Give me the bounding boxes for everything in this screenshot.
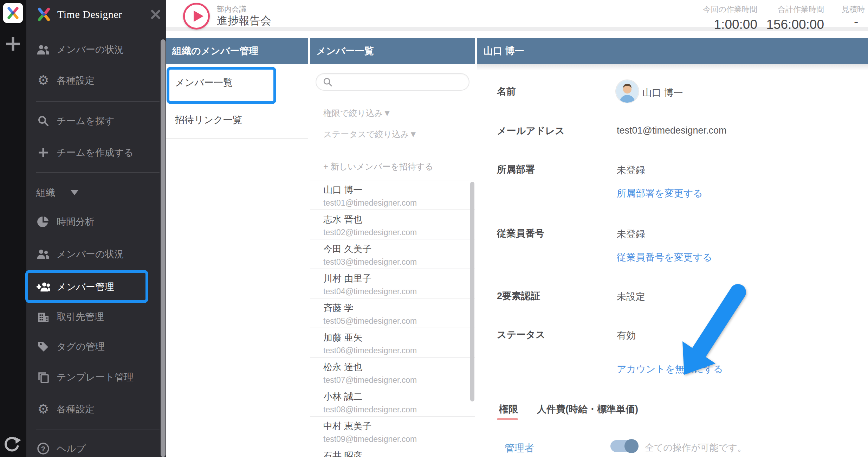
sidebar-item-label: チームを探す bbox=[57, 115, 115, 127]
disable-account-link[interactable]: アカウントを無効にする bbox=[617, 363, 723, 375]
person-add-icon bbox=[36, 281, 50, 293]
change-department-link[interactable]: 所属部署を変更する bbox=[617, 187, 703, 200]
sidebar-item-settings[interactable]: ⚙ 各種設定 bbox=[36, 72, 152, 89]
sidebar-scrollbar[interactable] bbox=[161, 39, 166, 457]
filter-by-permission[interactable]: 権限で絞り込み▼ bbox=[323, 108, 391, 119]
refresh-icon bbox=[3, 436, 21, 454]
sidebar-item-label: チームを作成する bbox=[57, 146, 134, 159]
admin-toggle[interactable] bbox=[610, 440, 638, 452]
department-value: 未登録 bbox=[617, 164, 645, 176]
filter-by-status[interactable]: ステータスで絞り込み▼ bbox=[323, 129, 417, 140]
stat-total-work-time: 合計作業時間 156:00:00 bbox=[766, 4, 824, 32]
divider bbox=[36, 430, 160, 430]
name-value: 山口 博一 bbox=[642, 86, 683, 99]
member-name: 松永 達也 bbox=[323, 361, 475, 373]
task-title: 進捗報告会 bbox=[217, 13, 271, 28]
sidebar-header: Time Designer bbox=[35, 4, 161, 25]
topbar: 部内会議 進捗報告会 今回の作業時間 1:00:00 合計作業時間 156:00… bbox=[166, 0, 868, 34]
member-email: test02@timedesigner.com bbox=[323, 228, 475, 237]
sidebar-item-member-status[interactable]: メンバーの状況 bbox=[36, 41, 152, 58]
tab-labor-cost[interactable]: 人件費(時給・標準単価) bbox=[537, 403, 638, 416]
member-row[interactable]: 松永 達也 test07@timedesigner.com bbox=[310, 358, 475, 387]
org-menu-item-invite-links[interactable]: 招待リンク一覧 bbox=[166, 101, 308, 139]
people-icon bbox=[36, 43, 50, 56]
template-icon bbox=[36, 371, 50, 384]
sidebar-item-label: テンプレート管理 bbox=[57, 371, 134, 384]
member-list: 山口 博一 test01@timedesigner.com 志水 晋也 test… bbox=[310, 180, 475, 457]
email-value: test01@timedesigner.com bbox=[617, 125, 727, 136]
header-shadow bbox=[477, 64, 868, 70]
org-menu-item-member-list[interactable]: メンバー一覧 bbox=[166, 64, 308, 101]
member-search-input[interactable] bbox=[316, 73, 469, 91]
sidebar-item-find-team[interactable]: チームを探す bbox=[36, 113, 152, 129]
member-search bbox=[316, 73, 469, 91]
member-row[interactable]: 斉藤 学 test05@timedesigner.com bbox=[310, 298, 475, 328]
member-row[interactable]: 加藤 亜矢 test06@timedesigner.com bbox=[310, 328, 475, 358]
sidebar-item-label: メンバーの状況 bbox=[57, 248, 124, 260]
tab-permissions[interactable]: 権限 bbox=[499, 403, 518, 416]
stat-value: 156:00:00 bbox=[766, 17, 824, 32]
role-admin-link[interactable]: 管理者 bbox=[505, 442, 534, 455]
member-row[interactable]: 川村 由里子 test04@timedesigner.com bbox=[310, 269, 475, 298]
panel-title: 山口 博一 bbox=[477, 38, 868, 64]
search-icon bbox=[36, 115, 50, 127]
active-tab-underline bbox=[497, 418, 518, 420]
panel-member-detail: 山口 博一 名前 山口 博一 メールアドレス test01@timedesign… bbox=[477, 38, 868, 457]
member-email: test01@timedesigner.com bbox=[323, 198, 475, 208]
sidebar-item-member-management[interactable]: メンバー管理 bbox=[36, 279, 152, 295]
sidebar-item-settings-org[interactable]: ⚙ 各種設定 bbox=[36, 401, 152, 417]
avatar bbox=[616, 80, 639, 103]
time-designer-app: { "colors": { "accent_blue": "#1d8ff2", … bbox=[0, 0, 868, 457]
chevron-down-icon bbox=[71, 190, 78, 195]
panel-member-list: メンバー一覧 権限で絞り込み▼ ステータスで絞り込み▼ + 新しいメンバーを招待… bbox=[310, 38, 475, 457]
tag-icon bbox=[36, 340, 50, 353]
stat-label: 今回の作業時間 bbox=[703, 4, 757, 15]
member-email: test03@timedesigner.com bbox=[323, 257, 475, 267]
member-row[interactable]: 中村 恵美子 test09@timedesigner.com bbox=[310, 417, 475, 446]
member-row[interactable]: 石井 昭彦 test10@timedesigner.com bbox=[310, 446, 475, 457]
gear-icon: ⚙ bbox=[36, 403, 50, 416]
member-email: test04@timedesigner.com bbox=[323, 287, 475, 296]
member-row[interactable]: 山口 博一 test01@timedesigner.com bbox=[310, 180, 475, 210]
task-category: 部内会議 bbox=[217, 4, 246, 14]
member-email: test09@timedesigner.com bbox=[323, 435, 475, 444]
sidebar-item-label: メンバー管理 bbox=[57, 281, 114, 293]
change-employee-number-link[interactable]: 従業員番号を変更する bbox=[617, 251, 712, 264]
invite-new-member-link[interactable]: + 新しいメンバーを招待する bbox=[323, 161, 433, 172]
department-label: 所属部署 bbox=[497, 163, 535, 176]
sidebar-item-member-status-org[interactable]: メンバーの状況 bbox=[36, 246, 152, 262]
add-workspace-button[interactable] bbox=[5, 36, 21, 52]
name-label: 名前 bbox=[497, 85, 516, 98]
stat-estimate-value: - bbox=[854, 14, 858, 29]
member-row[interactable]: 志水 晋也 test02@timedesigner.com bbox=[310, 210, 475, 239]
member-email: test08@timedesigner.com bbox=[323, 405, 475, 414]
sidebar-item-label: 時間分析 bbox=[57, 215, 95, 228]
org-section-label: 組織 bbox=[36, 186, 55, 199]
sidebar-item-label: 各種設定 bbox=[57, 74, 95, 87]
app-icon[interactable] bbox=[3, 3, 23, 23]
sidebar-item-create-team[interactable]: チームを作成する bbox=[36, 144, 152, 161]
member-list-scrollbar[interactable] bbox=[470, 182, 474, 401]
workspace-rail bbox=[0, 0, 26, 457]
sidebar-item-label: 各種設定 bbox=[57, 403, 95, 416]
time-designer-logo-icon bbox=[5, 5, 21, 21]
member-name: 志水 晋也 bbox=[323, 213, 475, 226]
member-email: test05@timedesigner.com bbox=[323, 316, 475, 326]
refresh-button[interactable] bbox=[3, 436, 21, 454]
sidebar-item-label: タグの管理 bbox=[57, 340, 105, 353]
member-row[interactable]: 今田 久美子 test03@timedesigner.com bbox=[310, 239, 475, 269]
sidebar-close-button[interactable] bbox=[150, 9, 161, 20]
building-icon bbox=[36, 310, 50, 323]
org-menu-item-label: 招待リンク一覧 bbox=[175, 114, 242, 126]
sidebar-item-time-analysis[interactable]: 時間分析 bbox=[36, 214, 152, 230]
divider bbox=[36, 101, 160, 102]
sidebar-item-client-management[interactable]: 取引先管理 bbox=[36, 309, 152, 325]
sidebar-org-section-toggle[interactable]: 組織 bbox=[36, 185, 152, 201]
member-row[interactable]: 小林 誠二 test08@timedesigner.com bbox=[310, 387, 475, 417]
play-timer-button[interactable] bbox=[183, 3, 210, 30]
member-name: 斉藤 学 bbox=[323, 302, 475, 314]
sidebar-item-help[interactable]: ? ヘルプ bbox=[36, 440, 152, 457]
panel-title: 組織のメンバー管理 bbox=[166, 38, 308, 64]
sidebar-item-tag-management[interactable]: タグの管理 bbox=[36, 339, 152, 355]
sidebar-item-template-management[interactable]: テンプレート管理 bbox=[36, 369, 152, 385]
